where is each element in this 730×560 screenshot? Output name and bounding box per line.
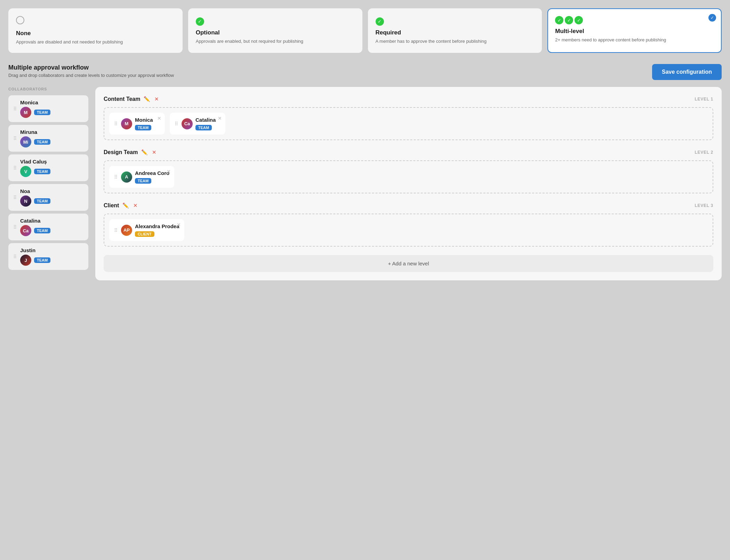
level-1-name: Content Team ✏️ ✕ (104, 95, 160, 103)
list-item[interactable]: ⠿ Justin J TEAM (8, 243, 88, 270)
drag-handle-icon: ⠿ (13, 224, 17, 230)
avatar: M (20, 107, 31, 118)
level-1-members: ✕ ⠿ M Monica TEAM ✕ ⠿ Ca (104, 107, 713, 140)
add-new-level-button[interactable]: + Add a new level (104, 255, 713, 272)
approval-card-required[interactable]: ✓ Required A member has to approve the c… (368, 8, 542, 53)
required-desc: A member has to approve the content befo… (376, 38, 535, 45)
workflow-subtitle: Drag and drop collaborators and create l… (8, 73, 174, 78)
collab-name: Miruna (20, 129, 50, 135)
multilevel-icon: ✓ ✓ ✓ (555, 16, 714, 24)
remove-catalina-button[interactable]: ✕ (218, 115, 222, 121)
level-2-members: ✕ ⠿ A Andreea Coro TEAM (104, 160, 713, 193)
team-badge: TEAM (34, 228, 50, 233)
list-item[interactable]: ⠿ Monica M TEAM (8, 95, 88, 122)
avatar: Ca (182, 118, 193, 129)
level-2-label: LEVEL 2 (695, 150, 713, 155)
list-item[interactable]: ⠿ Noa N TEAM (8, 184, 88, 211)
remove-andreea-button[interactable]: ✕ (167, 169, 171, 174)
member-name: Catalina (195, 117, 216, 123)
drag-handle-icon: ⠿ (114, 174, 118, 180)
team-badge: TEAM (34, 257, 50, 263)
optional-icon: ✓ (196, 16, 355, 26)
team-badge: TEAM (34, 139, 50, 145)
optional-title: Optional (196, 29, 355, 36)
remove-monica-button[interactable]: ✕ (157, 115, 161, 121)
collab-info: Ca TEAM (20, 225, 50, 236)
avatar: Mi (20, 136, 31, 147)
collab-name: Catalina (20, 218, 50, 224)
level-3-label: LEVEL 3 (695, 203, 713, 208)
list-item[interactable]: ⠿ Catalina Ca TEAM (8, 214, 88, 240)
member-details: Monica TEAM (135, 117, 153, 130)
member-card[interactable]: ✕ ⠿ Ca Catalina TEAM (170, 113, 225, 135)
approval-card-optional[interactable]: ✓ Optional Approvals are enabled, but no… (188, 8, 362, 53)
drag-handle-icon: ⠿ (13, 165, 17, 171)
level-3-header: Client ✏️ ✕ LEVEL 3 (104, 202, 713, 209)
level-1-header: Content Team ✏️ ✕ LEVEL 1 (104, 95, 713, 103)
level-section-3: Client ✏️ ✕ LEVEL 3 ✕ ⠿ AP Alexandra Pro… (104, 202, 713, 247)
workflow-title: Multiple approval workflow (8, 64, 174, 71)
team-badge: TEAM (34, 110, 50, 115)
edit-level-2-button[interactable]: ✏️ (141, 149, 149, 156)
level-1-label: LEVEL 1 (695, 97, 713, 102)
delete-level-1-button[interactable]: ✕ (154, 95, 160, 103)
approval-card-multilevel[interactable]: ✓ ✓ ✓ ✓ Multi-level 2+ members need to a… (547, 8, 722, 53)
none-title: None (16, 30, 175, 37)
none-desc: Approvals are disabled and not needed fo… (16, 39, 175, 45)
level-2-name: Design Team ✏️ ✕ (104, 149, 157, 156)
remove-alexandra-button[interactable]: ✕ (177, 222, 181, 227)
member-details: Andreea Coro TEAM (135, 170, 169, 184)
member-card[interactable]: ✕ ⠿ A Andreea Coro TEAM (109, 166, 174, 188)
required-title: Required (376, 29, 535, 36)
team-badge: TEAM (135, 178, 151, 184)
workflow-header: Multiple approval workflow Drag and drop… (8, 64, 722, 80)
team-badge: TEAM (34, 169, 50, 174)
multilevel-title: Multi-level (555, 28, 714, 35)
approval-card-none[interactable]: None Approvals are disabled and not need… (8, 8, 183, 53)
member-card[interactable]: ✕ ⠿ M Monica TEAM (109, 113, 165, 135)
collaborators-label: COLLABORATORS (8, 87, 88, 91)
drag-handle-icon: ⠿ (13, 106, 17, 112)
drag-handle-icon: ⠿ (114, 121, 118, 127)
member-card[interactable]: ✕ ⠿ AP Alexandra Prodea CLIENT (109, 219, 184, 241)
workflow-panel: Content Team ✏️ ✕ LEVEL 1 ✕ ⠿ M Monica T… (95, 87, 722, 280)
avatar: M (121, 118, 132, 129)
drag-handle-icon: ⠿ (114, 227, 118, 233)
collaborators-sidebar: COLLABORATORS ⠿ Monica M TEAM ⠿ Miruna M… (8, 87, 88, 273)
collab-info: V TEAM (20, 166, 50, 177)
member-name: Monica (135, 117, 153, 123)
drag-handle-icon: ⠿ (175, 121, 178, 127)
edit-level-1-button[interactable]: ✏️ (143, 95, 151, 103)
client-badge: CLIENT (135, 231, 154, 237)
list-item[interactable]: ⠿ Miruna Mi TEAM (8, 125, 88, 152)
save-configuration-button[interactable]: Save configuration (652, 64, 722, 80)
delete-level-3-button[interactable]: ✕ (133, 202, 138, 209)
collab-name: Vlad Caluș (20, 159, 50, 165)
level-2-name-text: Design Team (104, 149, 138, 155)
member-details: Alexandra Prodea CLIENT (135, 223, 179, 237)
team-badge: TEAM (135, 125, 151, 130)
workflow-header-text: Multiple approval workflow Drag and drop… (8, 64, 174, 78)
team-badge: TEAM (195, 125, 212, 130)
edit-level-3-button[interactable]: ✏️ (122, 202, 130, 209)
multilevel-desc: 2+ members need to approve content befor… (555, 37, 714, 43)
level-section-1: Content Team ✏️ ✕ LEVEL 1 ✕ ⠿ M Monica T… (104, 95, 713, 140)
member-info: A Andreea Coro TEAM (121, 170, 169, 184)
drag-handle-icon: ⠿ (13, 254, 17, 259)
level-3-members: ✕ ⠿ AP Alexandra Prodea CLIENT (104, 214, 713, 247)
list-item[interactable]: ⠿ Vlad Caluș V TEAM (8, 154, 88, 181)
drag-handle-icon: ⠿ (13, 136, 17, 141)
level-section-2: Design Team ✏️ ✕ LEVEL 2 ✕ ⠿ A Andreea C… (104, 149, 713, 193)
avatar: AP (121, 225, 132, 236)
none-icon (16, 16, 175, 26)
avatar: V (20, 166, 31, 177)
member-name: Andreea Coro (135, 170, 169, 176)
optional-desc: Approvals are enabled, but not required … (196, 38, 355, 45)
drag-handle-icon: ⠿ (13, 195, 17, 200)
delete-level-2-button[interactable]: ✕ (151, 149, 157, 156)
avatar: A (121, 171, 132, 183)
avatar: Ca (20, 225, 31, 236)
collab-name: Noa (20, 188, 50, 194)
member-details: Catalina TEAM (195, 117, 216, 130)
collab-info: J TEAM (20, 255, 50, 266)
